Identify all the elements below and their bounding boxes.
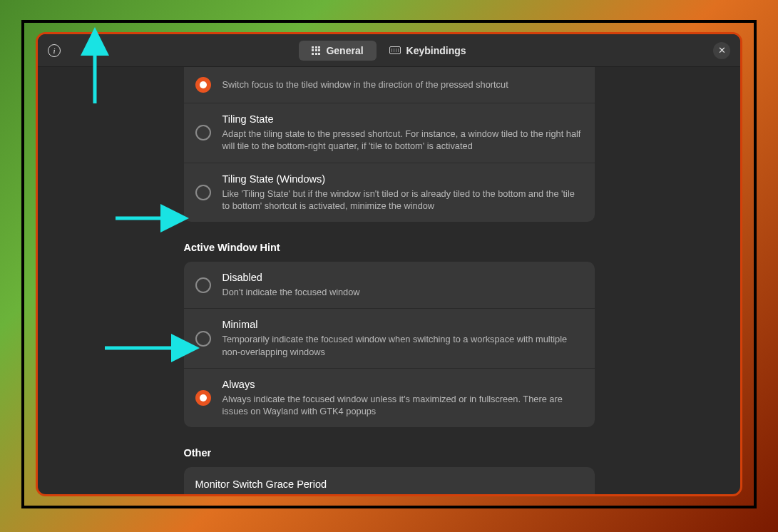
option-tiling-state-windows-title: Tiling State (Windows) bbox=[222, 173, 583, 185]
option-focus-switch-desc: Switch focus to the tiled window in the … bbox=[222, 78, 583, 91]
option-tiling-state-windows-desc: Like 'Tiling State' but if the window is… bbox=[222, 188, 583, 213]
option-hint-disabled-title: Disabled bbox=[222, 272, 583, 283]
option-hint-disabled[interactable]: Disabled Don't indicate the focused wind… bbox=[184, 262, 595, 308]
radio-hint-always[interactable] bbox=[195, 390, 211, 406]
section-other: Other bbox=[184, 427, 595, 467]
tab-general[interactable]: General bbox=[299, 41, 376, 61]
tab-keybindings[interactable]: Keybindings bbox=[377, 41, 479, 61]
radio-hint-minimal[interactable] bbox=[195, 331, 211, 347]
option-hint-always-title: Always bbox=[222, 379, 583, 390]
active-window-hint-group: Disabled Don't indicate the focused wind… bbox=[184, 262, 595, 427]
option-hint-always[interactable]: Always Always indicate the focused windo… bbox=[184, 369, 595, 428]
close-icon: ✕ bbox=[718, 45, 726, 56]
tab-general-label: General bbox=[326, 45, 363, 56]
radio-tiling-state-windows[interactable] bbox=[195, 185, 211, 200]
settings-window: i General Keybindings ✕ bbox=[36, 32, 742, 496]
option-monitor-grace: Monitor Switch Grace Period When a windo… bbox=[184, 467, 595, 494]
option-tiling-state-windows[interactable]: Tiling State (Windows) Like 'Tiling Stat… bbox=[184, 163, 595, 222]
option-tiling-state-title: Tiling State bbox=[222, 113, 583, 125]
grid-icon bbox=[312, 46, 320, 55]
option-hint-always-desc: Always indicate the focused window unles… bbox=[222, 393, 583, 418]
option-tiling-state[interactable]: Tiling State Adapt the tiling state to t… bbox=[184, 103, 595, 163]
option-hint-minimal-title: Minimal bbox=[222, 319, 583, 330]
radio-tiling-state[interactable] bbox=[195, 125, 211, 140]
option-hint-disabled-desc: Don't indicate the focused window bbox=[222, 286, 583, 298]
option-hint-minimal-desc: Temporarily indicate the focused window … bbox=[222, 333, 583, 358]
info-icon[interactable]: i bbox=[48, 44, 61, 57]
option-monitor-grace-desc: When a window is dragged to a new monito… bbox=[195, 493, 539, 494]
section-active-window-hint: Active Window Hint bbox=[184, 222, 595, 262]
option-monitor-grace-title: Monitor Switch Grace Period bbox=[195, 479, 539, 490]
option-tiling-state-desc: Adapt the tiling state to the pressed sh… bbox=[222, 128, 583, 153]
keyboard-icon bbox=[389, 46, 401, 54]
option-hint-minimal[interactable]: Minimal Temporarily indicate the focused… bbox=[184, 309, 595, 368]
tab-keybindings-label: Keybindings bbox=[406, 45, 466, 56]
close-button[interactable]: ✕ bbox=[713, 42, 730, 59]
titlebar: i General Keybindings ✕ bbox=[38, 34, 740, 67]
content-scroll[interactable]: Switch focus to the tiled window in the … bbox=[38, 67, 740, 494]
radio-focus-switch[interactable] bbox=[195, 77, 211, 93]
option-focus-switch[interactable]: Switch focus to the tiled window in the … bbox=[184, 67, 595, 103]
focus-behavior-group: Switch focus to the tiled window in the … bbox=[184, 67, 595, 222]
tab-switcher: General Keybindings bbox=[299, 41, 478, 61]
other-group: Monitor Switch Grace Period When a windo… bbox=[184, 467, 595, 494]
radio-hint-disabled[interactable] bbox=[195, 277, 211, 293]
